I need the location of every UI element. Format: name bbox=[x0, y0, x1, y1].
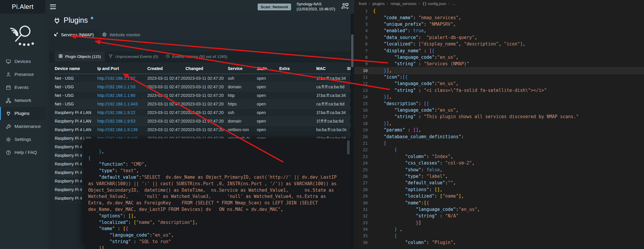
line-code: "database_column_definitions": bbox=[373, 134, 464, 139]
tab-services-nmap[interactable]: Services (NMAP) bbox=[49, 30, 98, 40]
editor-line[interactable]: 30 "name":[{ bbox=[354, 199, 644, 206]
tab-website-monitor[interactable]: Website monitor bbox=[98, 30, 145, 40]
editor-line[interactable]: 31 "language_code":"en_us", bbox=[354, 206, 644, 213]
line-number: 23 bbox=[354, 154, 373, 159]
tab-label: Website monitor bbox=[109, 32, 141, 37]
ip-port-link[interactable]: http://192.168.1.1:443 bbox=[97, 102, 147, 106]
sidebar-item-maintenance[interactable]: Maintenance bbox=[0, 120, 45, 133]
editor-line[interactable]: 2 "code_name": "nmap_services", bbox=[354, 14, 644, 21]
editor-line[interactable]: 7 "display_name" : [{ bbox=[354, 47, 644, 54]
editor-line[interactable]: 34 } , bbox=[354, 226, 644, 232]
breadcrumb-item-config-json[interactable]: {}config.json bbox=[422, 1, 446, 6]
line-code: [ bbox=[373, 141, 386, 146]
created-cell: 2023-03-11 02:47:20 bbox=[147, 110, 185, 115]
state-cell: open bbox=[257, 102, 279, 106]
sidebar-item-network[interactable]: Network bbox=[0, 94, 45, 107]
editor-line[interactable]: 24 "css_classes": "col-sm-2", bbox=[354, 160, 644, 166]
line-number: 24 bbox=[354, 161, 373, 165]
sidebar-item-help-faq[interactable]: Help / FAQ bbox=[0, 146, 45, 159]
editor-line[interactable]: 13 "string" : "<i class=\"fa-solid fa-sa… bbox=[354, 87, 644, 94]
editor-line[interactable]: 9 "string" : "Services (NMAP)" bbox=[354, 61, 644, 67]
overlay-scrollbar-thumb[interactable] bbox=[347, 140, 350, 154]
editor-line[interactable]: 19 "params" : [], bbox=[354, 127, 644, 133]
line-number: 17 bbox=[354, 114, 373, 119]
hamburger-menu-icon[interactable] bbox=[45, 0, 61, 14]
breadcrumb-item-nmap-services[interactable]: nmap_services bbox=[390, 1, 416, 6]
editor-line[interactable]: 5 "data_source": "pialert-db-query", bbox=[354, 34, 644, 41]
editor-line[interactable]: 23 "column": "Index", bbox=[354, 153, 644, 160]
editor-line[interactable]: 12 "language_code":"en_us", bbox=[354, 80, 644, 87]
editor-line[interactable]: 29 "localized": ["name"], bbox=[354, 193, 644, 199]
editor-line[interactable]: 32 "string" : "N/A" bbox=[354, 213, 644, 219]
line-number: 20 bbox=[354, 134, 373, 139]
line-code: "column": "Index", bbox=[373, 154, 453, 159]
title-badge-dot bbox=[91, 17, 93, 19]
subtab-label: Plugin Objects (115) bbox=[65, 54, 101, 59]
ip-port-link[interactable]: http://192.168.1.9:53 bbox=[97, 119, 147, 123]
ip-port-link[interactable]: http://192.168.1.1:80 bbox=[97, 93, 147, 98]
sidebar-item-plugins[interactable]: Plugins bbox=[0, 107, 45, 120]
editor-line[interactable]: 4 "enabled": true, bbox=[354, 27, 644, 34]
ip-port-link[interactable]: http://192.168.1.1:53 bbox=[97, 84, 147, 89]
line-code: "string" : "<i class=\"fa-solid fa-satel… bbox=[373, 88, 547, 93]
editor-line[interactable]: 18 }], bbox=[354, 120, 644, 127]
breadcrumb-item-[interactable]: ... bbox=[452, 1, 455, 6]
breadcrumb-item-front[interactable]: front bbox=[359, 1, 367, 6]
editor-line[interactable]: 22 { bbox=[354, 147, 644, 153]
editor-line[interactable]: 15 "description": [{ bbox=[354, 100, 644, 107]
editor-line[interactable]: 1{ bbox=[354, 8, 644, 14]
editor-line[interactable]: 17 "string" : "This plugin shows all ser… bbox=[354, 113, 644, 120]
subtab-unprocessed-events-0[interactable]: Unprocessed Events (0) bbox=[105, 51, 162, 62]
sidebar-item-events[interactable]: Events bbox=[0, 81, 45, 94]
editor-line[interactable]: 21 [ bbox=[354, 140, 644, 147]
editor-line[interactable]: 3 "unique_prefix": "NMAPSRV", bbox=[354, 21, 644, 27]
sidebar-item-devices[interactable]: Devices bbox=[0, 55, 45, 68]
overlay-scrollbar[interactable] bbox=[347, 140, 350, 247]
brand-logo[interactable]: Pi.Alert bbox=[0, 0, 45, 14]
main-scrollbar-thumb[interactable] bbox=[351, 34, 354, 67]
editor-line[interactable]: 28 "options": [], bbox=[354, 186, 644, 193]
line-number: 15 bbox=[354, 101, 373, 106]
editor-line[interactable]: 20 "database_column_definitions": bbox=[354, 133, 644, 140]
service-cell: netbios-ssn bbox=[228, 127, 257, 132]
editor-line[interactable]: 8 "language_code":"en_us", bbox=[354, 54, 644, 61]
subtab-plugin-objects-115[interactable]: Plugin Objects (115) bbox=[55, 51, 105, 62]
presence-icon bbox=[5, 72, 11, 77]
code-editor[interactable]: front›plugins›nmap_services›{}config.jso… bbox=[354, 0, 644, 249]
editor-line[interactable]: 6 "localized": ["display_name", "descrip… bbox=[354, 41, 644, 47]
line-number: 35 bbox=[354, 233, 373, 238]
line-number: 13 bbox=[354, 88, 373, 93]
device-name-cell: Raspberry Pi 4 LAN bbox=[55, 119, 97, 123]
column-header-device-name: Device name bbox=[55, 66, 97, 71]
editor-line[interactable]: 16 "language_code":"en_us", bbox=[354, 107, 644, 113]
service-cell: domain bbox=[228, 84, 257, 89]
editor-line[interactable]: 36 "column": "Plugin", bbox=[354, 239, 644, 246]
breadcrumb-item-plugins[interactable]: plugins bbox=[372, 1, 385, 6]
editor-line[interactable]: 27 "default_value":"", bbox=[354, 180, 644, 186]
sidebar-item-settings[interactable]: Settings bbox=[0, 133, 45, 146]
breadcrumb: front›plugins›nmap_services›{}config.jso… bbox=[354, 0, 644, 7]
editor-line[interactable]: 35 { bbox=[354, 232, 644, 239]
ip-port-link[interactable]: http://192.168.1.1:22 bbox=[97, 76, 147, 81]
sidebar-item-label: Settings bbox=[14, 137, 31, 142]
device-name-cell: Net - USG bbox=[55, 102, 97, 106]
editor-line[interactable]: 33 }] bbox=[354, 219, 644, 226]
ip-port-link[interactable]: http://192.168.1.9:139 bbox=[97, 127, 147, 132]
line-number: 16 bbox=[354, 108, 373, 113]
editor-line[interactable]: 14 }], bbox=[354, 94, 644, 100]
table-header-row: Device nameIp and PortCreatedChangedServ… bbox=[55, 64, 351, 74]
table-row: Net - USGhttp://192.168.1.1:4432023-03-1… bbox=[55, 100, 351, 108]
line-code: "icon":[{ bbox=[373, 74, 408, 80]
breadcrumb-separator-icon: › bbox=[369, 1, 370, 6]
ip-port-link[interactable]: http://192.168.1.9:22 bbox=[97, 110, 147, 115]
table-row: Raspberry Pi 4 LANhttp://192.168.1.9:222… bbox=[55, 108, 351, 117]
editor-line[interactable]: 25 "show": false, bbox=[354, 166, 644, 173]
editor-line[interactable]: 11 "icon":[{ bbox=[354, 74, 644, 80]
main-scrollbar[interactable] bbox=[351, 14, 354, 249]
sidebar-item-presence[interactable]: Presence bbox=[0, 68, 45, 81]
settings-icon bbox=[5, 137, 11, 142]
sidebar-item-label: Network bbox=[14, 98, 31, 103]
subtab-events-history-50-out-of-1265[interactable]: Events History (50 out of 1265) bbox=[162, 51, 231, 62]
editor-line[interactable]: 26 "type": "label", bbox=[354, 173, 644, 180]
editor-line[interactable]: 10 }], bbox=[354, 67, 644, 74]
